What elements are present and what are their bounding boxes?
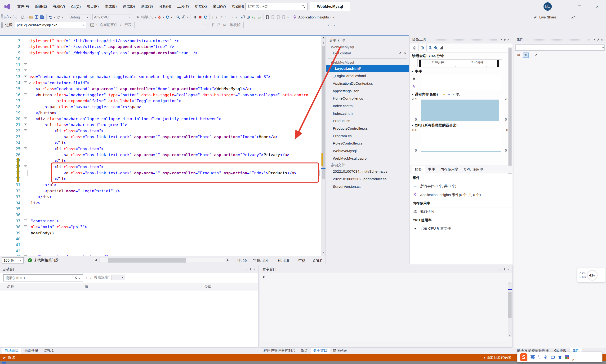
- fold-margin[interactable]: −: [24, 254, 28, 256]
- restart-button[interactable]: [165, 14, 170, 20]
- thread-dropdown[interactable]: ▾: [135, 22, 208, 28]
- tab-item-appsettings.json[interactable]: appsettings.json: [326, 87, 409, 95]
- menu-item-6[interactable]: 调试(D): [120, 3, 138, 10]
- zoom-dropdown[interactable]: 105 %▾: [2, 257, 24, 263]
- command-scrollbar[interactable]: ▲ ▼: [508, 282, 512, 337]
- close-icon[interactable]: ×: [507, 267, 509, 271]
- fold-margin[interactable]: −: [24, 68, 28, 74]
- bottom-tab-middle-3[interactable]: 错误列表: [330, 348, 350, 354]
- skin-icon[interactable]: [558, 355, 562, 359]
- lifecycle-events-button[interactable]: 生命周期事件▾: [90, 22, 123, 28]
- stackframe-dropdown[interactable]: ▾: [243, 22, 331, 28]
- microphone-icon[interactable]: [544, 355, 548, 359]
- window-menu-icon[interactable]: ▾: [500, 38, 502, 41]
- step-out-button[interactable]: ↑: [223, 14, 227, 20]
- column-value[interactable]: 值: [82, 285, 201, 289]
- reset-view-icon[interactable]: [439, 45, 444, 51]
- restart-debugging-button[interactable]: [203, 14, 208, 20]
- fold-margin[interactable]: −: [24, 128, 28, 134]
- tab-item-WebMvcMysql.csproj[interactable]: WebMvcMysql.csproj: [326, 155, 409, 162]
- close-icon[interactable]: ×: [507, 38, 510, 42]
- categorized-icon[interactable]: ⊞: [516, 52, 522, 58]
- close-icon[interactable]: ×: [601, 38, 603, 42]
- cpu-percent-gauge[interactable]: 41%: [587, 270, 598, 281]
- step-out-arrow-button[interactable]: ↷: [219, 14, 223, 20]
- session-timeline[interactable]: 7:30分钟 7:40分钟: [417, 59, 502, 67]
- menu-item-12[interactable]: 帮助(H): [229, 3, 247, 10]
- menu-item-1[interactable]: 编辑(E): [32, 3, 50, 10]
- menu-item-2[interactable]: 视图(V): [50, 3, 68, 10]
- previous-bookmark-button[interactable]: [270, 14, 276, 20]
- menu-item-9[interactable]: 工具(T): [174, 3, 192, 10]
- code-editor[interactable]: 7stylesheet" href="~/lib/bootstrap/dist/…: [0, 36, 321, 256]
- app-insights-events-row[interactable]: Application Insights 事件(0 个, 共 0 个): [410, 191, 512, 199]
- column-type[interactable]: 类型: [201, 285, 258, 289]
- stop-debugging-button[interactable]: [197, 14, 203, 20]
- user-avatar[interactable]: 创上: [543, 2, 552, 11]
- save-button[interactable]: [34, 14, 39, 20]
- navigate-back-button[interactable]: ←: [3, 14, 9, 20]
- menu-item-3[interactable]: Git(G): [68, 3, 84, 10]
- network-monitor-widget[interactable]: ↑0 K/s ↓0 K/s 41%: [577, 268, 606, 282]
- next-match-icon[interactable]: ↓: [90, 275, 92, 279]
- ime-punctuation-toggle[interactable]: ’,: [538, 354, 541, 360]
- record-cpu-profile-row[interactable]: ●记录 CPU 配置文件: [410, 224, 512, 233]
- menu-item-4[interactable]: 项目(P): [84, 3, 102, 10]
- all-events-row[interactable]: ∞所有事件(0 个, 共 0 个): [410, 182, 512, 191]
- window-menu-icon[interactable]: ▾: [246, 268, 248, 271]
- diag-tab-0[interactable]: 摘要: [412, 166, 425, 173]
- bottom-tab-middle-1[interactable]: 断点: [298, 348, 310, 354]
- toggle-flagged-icon[interactable]: ⋈: [223, 23, 226, 27]
- wrench-icon[interactable]: [533, 52, 539, 58]
- autos-search-input[interactable]: 搜索(Ctrl+E) ▾: [3, 274, 83, 281]
- solution-configuration-dropdown[interactable]: Debug▾: [68, 14, 90, 20]
- show-next-statement-button[interactable]: →: [229, 14, 235, 20]
- close-button[interactable]: ×: [592, 0, 603, 13]
- tab-item-HomeController.cs[interactable]: HomeController.cs: [326, 95, 409, 102]
- minimize-button[interactable]: –: [556, 0, 567, 13]
- editor-horizontal-scrollbar[interactable]: [99, 258, 225, 263]
- tab-item-Edit.cshtml[interactable]: Edit.cshtml×: [326, 50, 409, 57]
- tab-item-Program.cs[interactable]: Program.cs: [326, 132, 409, 140]
- windows-taskbar-edge[interactable]: [0, 361, 606, 364]
- fold-margin[interactable]: −: [24, 74, 28, 80]
- navigate-forward-button[interactable]: →: [12, 14, 18, 20]
- hscrollbar-thumb[interactable]: [108, 258, 186, 262]
- step-over-button[interactable]: ⇣: [214, 14, 219, 20]
- toggle-bookmark-button[interactable]: [265, 14, 270, 20]
- quick-search-box[interactable]: 搜索 (Ctrl+Q): [245, 3, 308, 10]
- fold-margin[interactable]: −: [24, 92, 28, 98]
- hscroll-left-arrow[interactable]: ◀: [95, 258, 97, 261]
- navigate-to-line-button[interactable]: [240, 14, 246, 20]
- hscroll-right-arrow[interactable]: ▶: [227, 258, 229, 261]
- fold-margin[interactable]: −: [24, 122, 28, 128]
- interactive-window-button[interactable]: [246, 14, 251, 20]
- alphabetical-icon[interactable]: ⇅: [523, 52, 529, 58]
- command-input-area[interactable]: > ▲ ▼: [260, 273, 512, 341]
- events-section-header[interactable]: ◆事件: [410, 67, 512, 75]
- menu-item-8[interactable]: 分析(N): [156, 3, 174, 10]
- bottom-tab-left-2[interactable]: 监视 1: [41, 348, 56, 354]
- bottom-tab-left-0[interactable]: 自动窗口: [2, 348, 21, 354]
- open-folder-button[interactable]: [28, 14, 34, 20]
- taskbar-app-icon[interactable]: [2, 362, 6, 364]
- browser-preview-button[interactable]: [181, 14, 186, 20]
- save-all-button[interactable]: [39, 14, 45, 20]
- search-depth-dropdown[interactable]: ▾: [111, 275, 125, 280]
- pin-icon[interactable]: [596, 38, 600, 41]
- column-name[interactable]: 名称: [0, 285, 82, 289]
- scroll-down-arrow[interactable]: ▼: [508, 334, 512, 337]
- fold-margin[interactable]: −: [24, 146, 28, 152]
- memory-section-header[interactable]: ◆进程内存 (MB) ▼ ▼ ● 专.: [410, 90, 512, 98]
- flag-custom-icon[interactable]: [216, 22, 222, 28]
- tab-item-_Layout.cshtml-[interactable]: _Layout.cshtml*: [326, 65, 409, 72]
- menu-item-5[interactable]: 生成(B): [102, 3, 120, 10]
- flag-thread-icon[interactable]: [211, 22, 216, 28]
- tab-item-WebMvcMysql[interactable]: WebMvcMysql: [326, 147, 409, 155]
- application-insights-button[interactable]: Application Insights: [292, 14, 330, 20]
- pin-icon[interactable]: [399, 52, 402, 55]
- export-icon[interactable]: [420, 45, 425, 51]
- splitter-handle[interactable]: [321, 37, 326, 40]
- pin-icon[interactable]: [249, 268, 252, 271]
- break-all-button[interactable]: [192, 14, 197, 20]
